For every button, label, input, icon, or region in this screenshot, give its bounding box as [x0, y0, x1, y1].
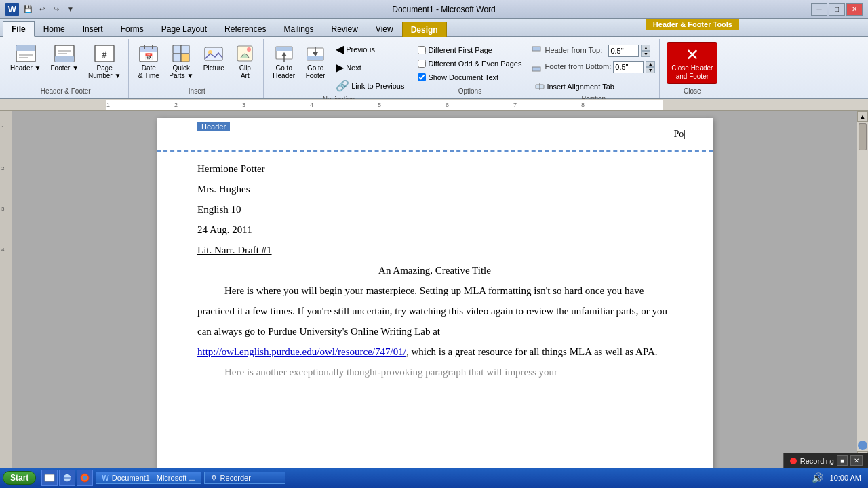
- header-from-top-input[interactable]: [608, 45, 639, 57]
- taskbar-recorder-item[interactable]: 🎙 Recorder: [204, 472, 285, 484]
- document-date: 24 Aug. 2011: [197, 220, 672, 240]
- margin-2: 2: [1, 165, 4, 171]
- header-from-top-label: Header from Top:: [532, 46, 606, 56]
- ribbon-group-position-content: Header from Top: ▲ ▼ Footer from Bottom:: [532, 41, 655, 94]
- purdue-link[interactable]: http://owl.english.purdue.edu/owl/resour…: [197, 346, 406, 357]
- svg-text:📅: 📅: [144, 52, 153, 61]
- tab-design[interactable]: Design: [402, 22, 447, 37]
- header-from-top-up[interactable]: ▲: [641, 45, 650, 51]
- minimize-btn[interactable]: ─: [811, 3, 827, 16]
- tab-insert[interactable]: Insert: [74, 21, 112, 36]
- different-odd-even-option[interactable]: Different Odd & Even Pages: [418, 60, 521, 68]
- picture-button[interactable]: Picture: [199, 41, 228, 74]
- previous-button[interactable]: ◀ Previous: [332, 41, 408, 58]
- document-page[interactable]: Po| Header Hermione Potter Mrs. Hughes E…: [157, 118, 713, 470]
- right-scrollbar[interactable]: ▲ ▲ ▼: [857, 111, 868, 473]
- svg-rect-18: [181, 54, 189, 62]
- svg-rect-5: [55, 56, 74, 62]
- tab-mailings[interactable]: Mailings: [275, 21, 322, 36]
- undo-btn[interactable]: ↩: [36, 3, 48, 16]
- tab-home[interactable]: Home: [35, 21, 74, 36]
- essay-title: An Amazing, Creative Title: [197, 260, 672, 281]
- start-button[interactable]: Start: [3, 471, 36, 485]
- ribbon-group-close: ✕ Close Headerand Footer Close: [661, 39, 723, 98]
- footer-from-bottom-field: Footer from Bottom: ▲ ▼: [532, 61, 655, 73]
- maximize-btn[interactable]: □: [829, 3, 845, 16]
- date-time-button[interactable]: 📅 Date& Time: [134, 41, 163, 81]
- header-from-top-down[interactable]: ▼: [641, 51, 650, 57]
- page-number-icon: #: [94, 43, 115, 64]
- footer-from-bottom-up[interactable]: ▲: [646, 61, 655, 67]
- margin-3: 3: [1, 206, 4, 212]
- footer-from-bottom-input[interactable]: [613, 61, 644, 73]
- author-name: Hermione Potter: [197, 159, 672, 179]
- footer-from-bottom-spinner[interactable]: ▲ ▼: [646, 61, 655, 73]
- scroll-nav-circle[interactable]: [858, 441, 867, 450]
- svg-point-54: [83, 476, 87, 480]
- show-desktop-btn[interactable]: [41, 470, 58, 486]
- document-title: Document1 - Microsoft Word: [392, 5, 496, 14]
- link-to-prev-button[interactable]: 🔗 Link to Previous: [332, 77, 408, 94]
- page-body[interactable]: Hermione Potter Mrs. Hughes English 10 2…: [157, 152, 713, 396]
- show-doc-text-label: Show Document Text: [428, 73, 498, 81]
- next-button[interactable]: ▶ Next: [332, 59, 408, 76]
- different-first-page-option[interactable]: Different First Page: [418, 46, 521, 54]
- clip-art-button[interactable]: ClipArt: [231, 41, 259, 81]
- hf-tools-label: Header & Footer Tools: [646, 19, 739, 30]
- close-btn[interactable]: ✕: [846, 3, 863, 16]
- tab-forms[interactable]: Forms: [112, 21, 153, 36]
- taskbar-speaker-icon[interactable]: 🔊: [812, 472, 823, 483]
- recording-dot-icon: [789, 457, 797, 465]
- scroll-up-button[interactable]: ▲: [857, 111, 868, 122]
- show-doc-text-option[interactable]: Show Document Text: [418, 73, 521, 81]
- page-number-label: PageNumber ▼: [88, 64, 121, 79]
- scroll-thumb[interactable]: [859, 123, 867, 150]
- show-doc-text-checkbox[interactable]: [418, 73, 426, 81]
- tab-review[interactable]: Review: [322, 21, 366, 36]
- footer-button[interactable]: Footer ▼: [47, 41, 82, 74]
- picture-icon: [203, 43, 224, 64]
- page-header-area[interactable]: Header: [157, 118, 713, 152]
- quick-parts-button[interactable]: QuickParts ▼: [165, 41, 197, 81]
- svg-rect-29: [532, 47, 540, 51]
- firefox-btn[interactable]: [77, 470, 93, 486]
- picture-label: Picture: [203, 64, 224, 72]
- taskbar: Start W Document1 - Microsoft ... 🎙 Reco…: [0, 468, 868, 488]
- different-first-page-checkbox[interactable]: [418, 46, 426, 54]
- footer-icon: [54, 43, 75, 64]
- ribbon-tabs-container: File Home Insert Forms Page Layout Refer…: [0, 19, 868, 37]
- footer-from-bottom-down[interactable]: ▼: [646, 67, 655, 73]
- tab-file[interactable]: File: [3, 21, 35, 37]
- go-to-footer-icon: [304, 43, 326, 64]
- customize-qa-btn[interactable]: ▼: [64, 3, 77, 16]
- tab-references[interactable]: References: [216, 21, 275, 36]
- header-button[interactable]: Header ▼: [7, 41, 44, 74]
- body-paragraph-3: Here is another exceptionally thought-pr…: [197, 362, 672, 382]
- svg-text:#: #: [102, 49, 107, 60]
- tab-page-layout[interactable]: Page Layout: [153, 21, 216, 36]
- taskbar-word-item[interactable]: W Document1 - Microsoft ...: [96, 472, 201, 484]
- page-number-button[interactable]: # PageNumber ▼: [85, 41, 124, 81]
- header-from-top-spinner[interactable]: ▲ ▼: [641, 45, 650, 57]
- different-odd-even-checkbox[interactable]: [418, 60, 426, 68]
- taskbar-quick-launch: [41, 470, 93, 486]
- svg-rect-1: [16, 45, 35, 51]
- insert-group-label: Insert: [189, 87, 205, 96]
- redo-btn[interactable]: ↪: [50, 3, 62, 16]
- ie-btn[interactable]: [59, 470, 75, 486]
- header-content[interactable]: [197, 125, 672, 136]
- go-to-header-button[interactable]: Go toHeader: [269, 41, 298, 94]
- save-btn[interactable]: 💾: [22, 3, 34, 16]
- go-to-footer-button[interactable]: Go toFooter: [301, 41, 330, 94]
- close-header-footer-button[interactable]: ✕ Close Headerand Footer: [667, 42, 717, 84]
- recording-close-btn[interactable]: ✕: [850, 455, 863, 466]
- scroll-track[interactable]: [857, 122, 868, 439]
- different-odd-even-label: Different Odd & Even Pages: [428, 60, 521, 68]
- ribbon-group-header-footer: Header ▼ Footer ▼ # PageNumber ▼ Header …: [3, 39, 129, 98]
- recording-stop-btn[interactable]: ■: [837, 455, 848, 466]
- body-paragraph-1: Here is where you will begin your master…: [197, 281, 672, 342]
- title-bar: W 💾 ↩ ↪ ▼ Document1 - Microsoft Word ─ □…: [0, 0, 868, 19]
- insert-alignment-tab-button[interactable]: Insert Alignment Tab: [532, 80, 655, 94]
- page-wrapper: Po| Header Hermione Potter Mrs. Hughes E…: [12, 111, 857, 473]
- tab-view[interactable]: View: [367, 21, 402, 36]
